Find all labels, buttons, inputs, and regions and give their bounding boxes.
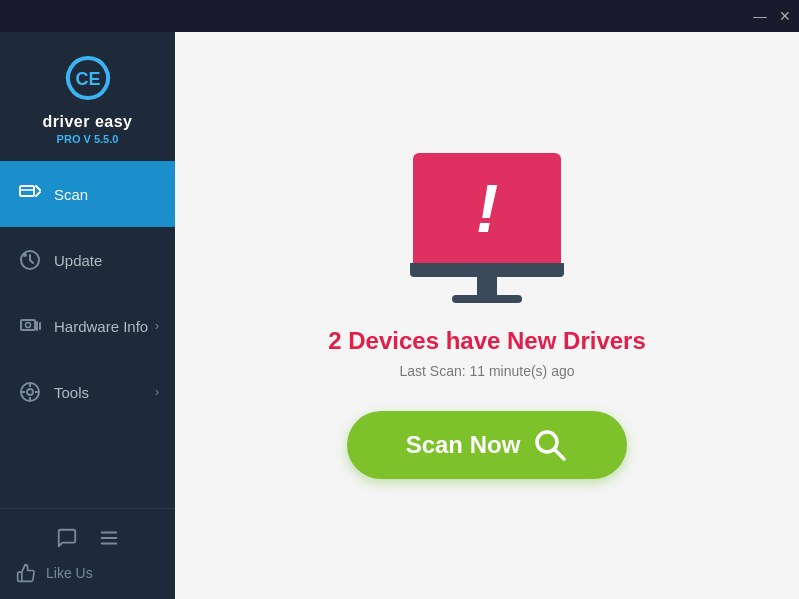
search-icon — [532, 427, 568, 463]
sidebar-item-hardware-info[interactable]: Hardware Info › — [0, 293, 175, 359]
sidebar-bottom: Like Us — [0, 508, 175, 599]
monitor-screen: ! — [413, 153, 561, 263]
like-us-label: Like Us — [46, 565, 93, 581]
monitor-stand — [452, 295, 522, 303]
svg-point-7 — [23, 253, 27, 257]
sidebar-item-tools[interactable]: Tools › — [0, 359, 175, 425]
sidebar-header: CE driver easy PRO V 5.5.0 — [0, 32, 175, 161]
sidebar-item-hardware-info-label: Hardware Info — [54, 318, 155, 335]
sidebar-item-scan[interactable]: Scan — [0, 161, 175, 227]
svg-line-20 — [554, 449, 564, 459]
title-bar: — ✕ — [0, 0, 799, 32]
scan-icon — [16, 180, 44, 208]
tools-icon — [16, 378, 44, 406]
update-icon — [16, 246, 44, 274]
title-bar-controls: — ✕ — [753, 9, 791, 23]
svg-rect-8 — [21, 320, 35, 330]
svg-line-4 — [36, 186, 40, 190]
sidebar-item-update[interactable]: Update — [0, 227, 175, 293]
sidebar-item-tools-label: Tools — [54, 384, 155, 401]
hardware-info-arrow-icon: › — [155, 319, 159, 333]
sidebar-nav: Scan Update — [0, 161, 175, 508]
svg-text:CE: CE — [75, 69, 100, 89]
svg-point-11 — [27, 389, 33, 395]
tools-arrow-icon: › — [155, 385, 159, 399]
bottom-icons-row — [0, 519, 175, 557]
monitor-bezel — [410, 263, 564, 277]
exclamation-mark: ! — [476, 174, 499, 242]
app-logo: CE — [60, 50, 116, 106]
svg-line-5 — [36, 192, 40, 196]
sidebar-item-update-label: Update — [54, 252, 159, 269]
monitor-neck — [477, 277, 497, 295]
sidebar: CE driver easy PRO V 5.5.0 Scan — [0, 32, 175, 599]
svg-point-9 — [26, 323, 31, 328]
list-icon[interactable] — [98, 527, 120, 549]
app-body: CE driver easy PRO V 5.5.0 Scan — [0, 32, 799, 599]
like-us-item[interactable]: Like Us — [0, 557, 175, 589]
scan-now-button[interactable]: Scan Now — [347, 411, 627, 479]
chat-icon[interactable] — [56, 527, 78, 549]
svg-rect-2 — [20, 186, 34, 196]
devices-title: 2 Devices have New Drivers — [328, 327, 646, 355]
last-scan-text: Last Scan: 11 minute(s) ago — [399, 363, 574, 379]
main-content: ! 2 Devices have New Drivers Last Scan: … — [175, 32, 799, 599]
hardware-info-icon — [16, 312, 44, 340]
sidebar-item-scan-label: Scan — [54, 186, 159, 203]
monitor-illustration: ! — [410, 153, 564, 303]
close-button[interactable]: ✕ — [779, 9, 791, 23]
app-name: driver easy — [42, 112, 132, 131]
scan-now-label: Scan Now — [406, 431, 521, 459]
minimize-button[interactable]: — — [753, 9, 767, 23]
app-version: PRO V 5.5.0 — [57, 133, 119, 145]
